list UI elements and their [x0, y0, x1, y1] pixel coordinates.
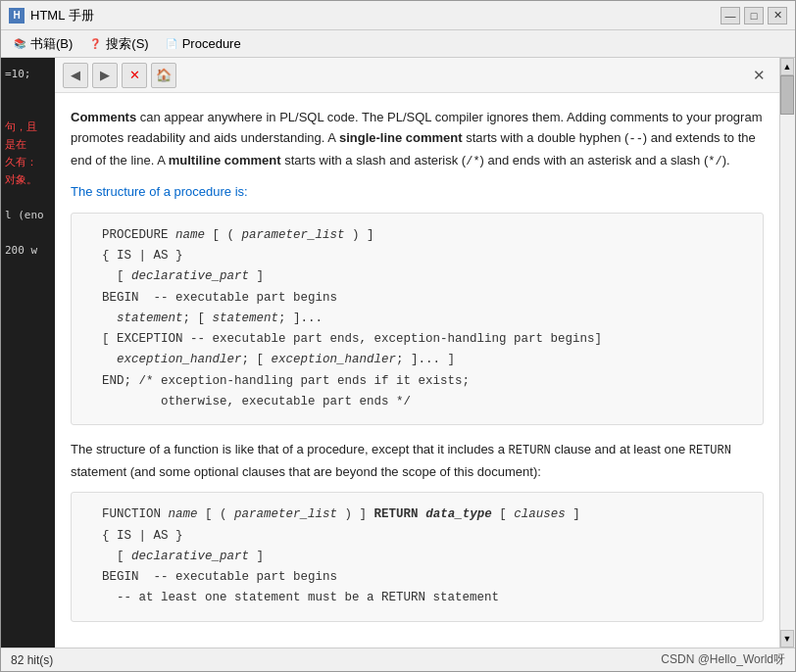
double-hyphen-code: -- — [628, 132, 642, 146]
help-toolbar: ◀ ▶ ✕ 🏠 ✕ — [55, 58, 779, 93]
left-line-9: l (eno — [5, 207, 51, 224]
left-line-6: 久有： — [5, 154, 51, 171]
left-line-10 — [5, 224, 51, 242]
left-line-11: 200 w — [5, 242, 51, 260]
return-code-2: RETURN — [689, 444, 731, 457]
back-button[interactable]: ◀ — [63, 63, 88, 88]
content-wrapper: =10; 句，且 是在 久有： 对象。 l (eno 200 w ◀ ▶ ✕ 🏠… — [1, 58, 795, 648]
left-line-4: 句，且 — [5, 119, 51, 136]
maximize-button[interactable]: □ — [744, 7, 764, 24]
menu-search[interactable]: ❓ 搜索(S) — [80, 30, 156, 57]
scroll-down-arrow[interactable]: ▼ — [780, 630, 794, 648]
left-code-panel: =10; 句，且 是在 久有： 对象。 l (eno 200 w — [1, 58, 55, 648]
function-intro-paragraph: The structure of a function is like that… — [71, 439, 764, 482]
home-button[interactable]: 🏠 — [151, 63, 176, 88]
single-line-bold: single-line comment — [339, 130, 463, 145]
left-line-5: 是在 — [5, 136, 51, 154]
slash-asterisk-code: /* — [466, 155, 479, 168]
scrollbar[interactable]: ▲ ▼ — [779, 58, 795, 648]
scroll-track — [780, 75, 795, 630]
title-controls: — □ ✕ — [721, 7, 787, 24]
hit-count: 82 hit(s) — [11, 653, 53, 667]
status-bar: 82 hit(s) CSDN @Hello_World呀 — [1, 648, 795, 671]
search-help-icon: ❓ — [88, 37, 102, 51]
scroll-up-arrow[interactable]: ▲ — [780, 58, 794, 75]
stop-button[interactable]: ✕ — [122, 63, 147, 88]
multiline-bold: multiline comment — [169, 153, 281, 168]
minimize-button[interactable]: — — [721, 7, 740, 24]
asterisk-slash-code: */ — [708, 155, 721, 168]
close-button[interactable]: ✕ — [768, 7, 787, 24]
menu-books-label: 书籍(B) — [30, 35, 73, 53]
return-code-1: RETURN — [509, 444, 551, 457]
close-panel-button[interactable]: ✕ — [747, 65, 771, 86]
left-line-2 — [5, 83, 51, 101]
left-line-8 — [5, 189, 51, 207]
procedure-tab-icon: 📄 — [165, 37, 178, 51]
menu-bar: 📚 书籍(B) ❓ 搜索(S) 📄 Procedure — [1, 30, 795, 58]
main-window: H HTML 手册 — □ ✕ 📚 书籍(B) ❓ 搜索(S) 📄 Proced… — [0, 0, 796, 672]
help-content-area[interactable]: Comments can appear anywhere in PL/SQL c… — [55, 93, 779, 648]
structure-label: The structure of a procedure is: — [71, 182, 764, 203]
forward-button[interactable]: ▶ — [92, 63, 118, 88]
books-icon: 📚 — [13, 37, 26, 51]
brand-text: CSDN @Hello_World呀 — [661, 651, 785, 668]
app-icon: H — [9, 8, 25, 24]
intro-paragraph: Comments can appear anywhere in PL/SQL c… — [71, 107, 764, 172]
help-panel: ◀ ▶ ✕ 🏠 ✕ Comments can appear anywhere i… — [55, 58, 779, 648]
function-code-block: FUNCTION name [ ( parameter_list ) ] RET… — [71, 492, 764, 621]
menu-procedure-label: Procedure — [182, 36, 241, 51]
menu-search-label: 搜索(S) — [106, 35, 148, 53]
window-title: HTML 手册 — [30, 7, 94, 24]
left-line-7: 对象。 — [5, 171, 51, 189]
title-bar-left: H HTML 手册 — [9, 7, 94, 24]
comments-bold: Comments — [71, 110, 136, 124]
menu-books[interactable]: 📚 书籍(B) — [5, 30, 80, 57]
left-line-3 — [5, 101, 51, 119]
procedure-code-block: PROCEDURE name [ ( parameter_list ) ] { … — [71, 213, 764, 425]
menu-procedure[interactable]: 📄 Procedure — [157, 30, 249, 57]
title-bar: H HTML 手册 — □ ✕ — [1, 1, 795, 30]
left-line-1: =10; — [5, 66, 51, 83]
scroll-thumb[interactable] — [780, 75, 794, 115]
